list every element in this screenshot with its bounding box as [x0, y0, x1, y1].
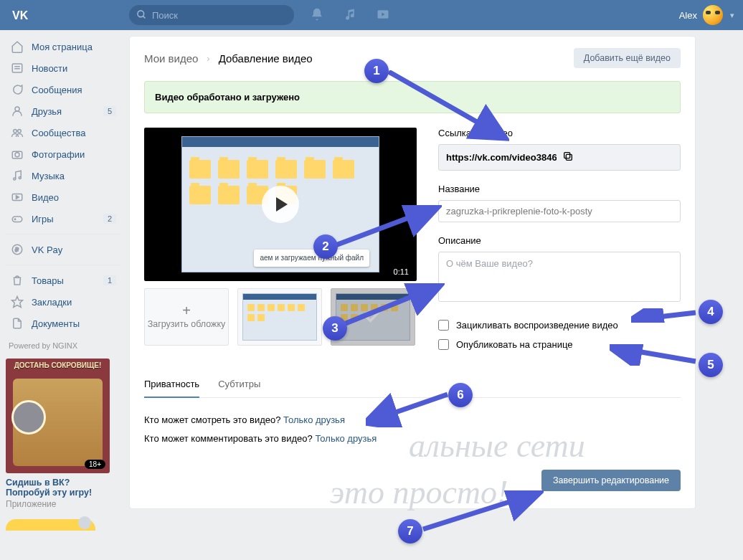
privacy-comment-label: Кто может комментировать это видео? — [144, 433, 313, 444]
search-icon — [136, 9, 147, 22]
annotation-arrow-7 — [422, 490, 544, 533]
sidebar-item-label: Товары — [32, 275, 64, 286]
sidebar-item-label: Видео — [32, 192, 59, 203]
avatar — [703, 5, 723, 25]
sidebar-item-label: Фотографии — [32, 149, 85, 160]
chevron-down-icon: ▾ — [730, 11, 734, 20]
svg-point-8 — [15, 107, 19, 111]
sidebar-item-games[interactable]: Игры2 — [6, 208, 120, 229]
sidebar: Моя страницаНовостиСообщенияДрузья5Сообщ… — [6, 36, 120, 531]
annotation-arrow-6 — [366, 391, 452, 427]
promo-banner-title: ДОСТАНЬ СОКРОВИЩЕ! — [6, 361, 110, 369]
svg-point-14 — [19, 177, 21, 179]
annotation-arrow-1 — [387, 70, 509, 142]
chevron-right-icon: › — [207, 53, 209, 64]
tab-privacy[interactable]: Приватность — [144, 371, 199, 398]
sidebar-item-label: VK Pay — [32, 245, 62, 255]
music-icon[interactable] — [343, 7, 357, 24]
svg-line-26 — [389, 72, 502, 136]
annotation-3: 3 — [323, 316, 347, 341]
svg-line-27 — [336, 208, 435, 245]
sidebar-item-label: Моя страница — [32, 42, 93, 52]
finish-editing-button[interactable]: Завершить редактирование — [541, 470, 681, 491]
svg-point-10 — [18, 130, 22, 133]
video-tooltip: аем и загружаем нужный файл — [254, 250, 369, 267]
sidebar-item-msg[interactable]: Сообщения — [6, 79, 120, 100]
music-icon — [10, 169, 24, 182]
thumbnail-option-1[interactable] — [237, 288, 322, 346]
annotation-7: 7 — [398, 519, 422, 544]
sidebar-badge: 2 — [103, 214, 116, 224]
promo-banner[interactable]: ДОСТАНЬ СОКРОВИЩЕ! 18+ — [6, 359, 110, 473]
sidebar-badge: 1 — [103, 275, 116, 285]
sidebar-item-label: Сообщества — [32, 128, 86, 138]
upload-cover-button[interactable]: + Загрузить обложку — [144, 288, 229, 346]
annotation-6: 6 — [448, 383, 473, 407]
description-label: Описание — [438, 235, 681, 246]
svg-point-9 — [14, 130, 17, 133]
breadcrumb-root[interactable]: Мои видео — [144, 52, 198, 65]
privacy-view-value[interactable]: Только друзья — [283, 414, 345, 425]
vk-logo[interactable]: VK — [10, 5, 30, 25]
video-icon[interactable] — [376, 7, 390, 24]
sidebar-item-camera[interactable]: Фотографии — [6, 143, 120, 165]
promo-text[interactable]: Сидишь в ВК? Попробуй эту игру! — [6, 478, 110, 498]
video-link-value: https://vk.com/video384697376_456239031 — [446, 152, 557, 163]
annotation-arrow-2 — [334, 205, 442, 248]
sidebar-item-label: Новости — [32, 63, 67, 74]
search-input[interactable] — [129, 5, 294, 25]
breadcrumb-current: Добавление видео — [219, 52, 313, 65]
tab-subtitles[interactable]: Субтитры — [218, 371, 260, 397]
upload-cover-label: Загрузить обложку — [148, 319, 226, 329]
star-icon — [10, 295, 24, 308]
title-input[interactable] — [438, 200, 681, 222]
svg-rect-24 — [564, 153, 570, 158]
add-more-video-button[interactable]: Добавить ещё видео — [574, 48, 681, 68]
title-label: Название — [438, 184, 681, 194]
annotation-1: 1 — [364, 59, 389, 83]
games-icon — [10, 212, 24, 225]
user-menu[interactable]: Alex ▾ — [679, 5, 734, 25]
bag-icon — [10, 274, 24, 287]
description-textarea[interactable] — [438, 252, 681, 302]
play-icon[interactable] — [262, 186, 299, 223]
annotation-2: 2 — [313, 234, 338, 259]
video-player[interactable]: аем и загружаем нужный файл 0:11 — [144, 128, 417, 281]
breadcrumb: Мои видео › Добавление видео Добавить ещ… — [144, 48, 681, 68]
annotation-5: 5 — [699, 353, 723, 377]
video-icon — [10, 191, 24, 204]
sidebar-item-groups[interactable]: Сообщества — [6, 122, 120, 143]
sidebar-item-label: Музыка — [32, 171, 65, 181]
sidebar-badge: 5 — [103, 106, 116, 116]
publish-checkbox[interactable] — [438, 339, 449, 350]
sidebar-item-bag[interactable]: Товары1 — [6, 270, 120, 291]
sidebar-item-label: Документы — [32, 318, 80, 329]
svg-line-29 — [634, 313, 696, 320]
home-icon — [10, 40, 24, 53]
privacy-comment-value[interactable]: Только друзья — [315, 433, 377, 444]
sidebar-item-doc[interactable]: Документы — [6, 313, 120, 334]
powered-by: Powered by NGINX — [9, 341, 118, 350]
promo[interactable]: ДОСТАНЬ СОКРОВИЩЕ! 18+ Сидишь в ВК? Попр… — [6, 359, 110, 531]
sidebar-item-label: Закладки — [32, 297, 72, 308]
video-link-field: https://vk.com/video384697376_456239031 — [438, 144, 681, 171]
video-duration: 0:11 — [390, 267, 412, 277]
svg-rect-23 — [566, 154, 572, 160]
sidebar-item-friends[interactable]: Друзья5 — [6, 100, 120, 122]
sidebar-item-video[interactable]: Видео — [6, 186, 120, 208]
sidebar-item-music[interactable]: Музыка — [6, 165, 120, 186]
copy-icon[interactable] — [562, 151, 673, 164]
svg-point-13 — [14, 178, 16, 180]
news-icon — [10, 62, 24, 75]
sidebar-item-star[interactable]: Закладки — [6, 291, 120, 313]
sidebar-item-home[interactable]: Моя страница — [6, 36, 120, 57]
sidebar-item-news[interactable]: Новости — [6, 57, 120, 79]
svg-marker-22 — [12, 297, 23, 308]
svg-point-1 — [138, 11, 144, 17]
sidebar-item-label: Сообщения — [32, 85, 82, 95]
msg-icon — [10, 83, 24, 96]
topbar: VK Alex ▾ — [0, 0, 743, 30]
bell-icon[interactable] — [310, 7, 324, 24]
svg-marker-16 — [16, 196, 19, 199]
sidebar-item-pay[interactable]: ₽VK Pay — [6, 239, 120, 260]
